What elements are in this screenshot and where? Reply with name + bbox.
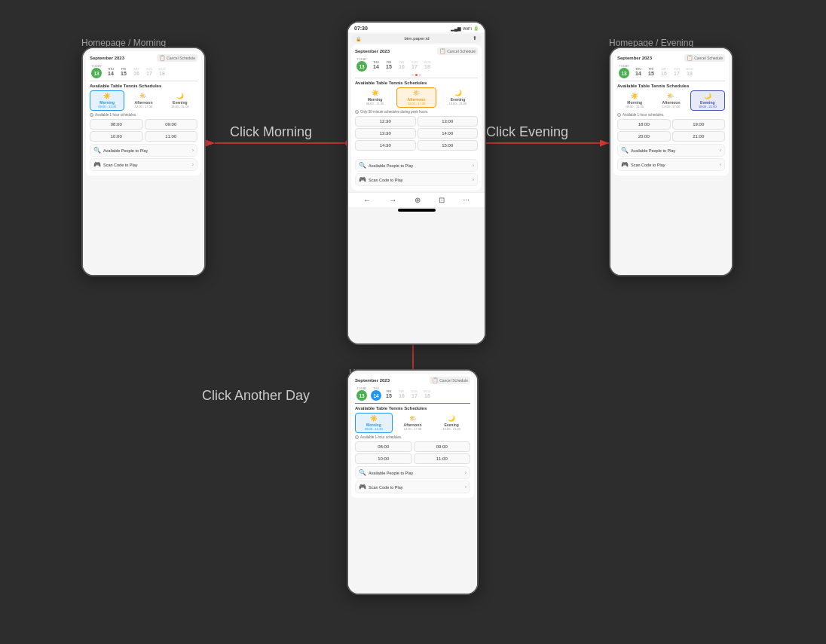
click-evening-label: Click Evening [486,124,568,140]
tomorrow-time-slots: 08:00 09:00 10:00 11:00 [355,441,470,464]
evening-people-action[interactable]: 🔍 Available People to Play › [617,144,725,157]
click-another-day-label: Click Another Day [202,388,310,404]
main-note: i Only 30-minute schedules during peak h… [355,110,478,114]
time-slot[interactable]: 21:00 [672,131,726,142]
time-slot[interactable]: 09:00 [414,441,471,452]
main-screen: 07:30 ▂▄▆ WiFi 🔋 🔒 btm.paper.id ⬆ Septem… [347,21,486,345]
tmr-evening-tab[interactable]: 🌙 Evening 18:00 - 21:00 [433,413,470,433]
tmr-afternoon-tab[interactable]: 🌤️ Afternoon 12:00 - 17:30 [394,413,432,433]
evening-note: i Available 1-hour schedules. [617,113,725,117]
time-slot[interactable]: 13:00 [418,116,479,127]
morning-time-slots: 08:00 09:00 10:00 11:00 [90,119,197,142]
main-month: September 2023 [355,49,390,53]
main-cancel-btn[interactable]: 📋 Cancel Schedule [437,47,478,55]
status-icons: ▂▄▆ WiFi 🔋 [451,26,479,31]
time-slot[interactable]: 15:00 [418,140,479,151]
afternoon-tab[interactable]: 🌤️ Afternoon 12:00 - 17:30 [126,90,161,111]
bottom-nav: ← → ⊕ ⊡ ··· [348,192,485,207]
home-indicator [398,209,436,212]
evening-month: September 2023 [617,56,652,60]
morning-scan-action[interactable]: 🎮 Scan Code to Play › [90,158,197,171]
morning-section-title: Available Table Tennis Schedules [90,84,197,88]
time-slot[interactable]: 10:00 [355,453,412,464]
time-slot[interactable]: 14:00 [418,128,479,139]
morning-tab[interactable]: ☀️ Morning 08:00 - 11:30 [90,90,124,111]
click-morning-label: Click Morning [230,124,312,140]
time-slot[interactable]: 08:00 [355,441,412,452]
tomorrow-cancel-btn[interactable]: 📋 Cancel Schedule [430,377,470,384]
time-slot[interactable]: 09:00 [145,119,198,130]
tomorrow-people-action[interactable]: 🔍 Available People to Play › [355,466,470,479]
nav-menu[interactable]: ··· [463,196,470,204]
time-slot[interactable]: 14:30 [355,140,416,151]
time-slot[interactable]: 11:00 [414,453,471,464]
time-slot[interactable]: 10:00 [90,131,143,142]
main-morning-tab[interactable]: ☀️ Morning 08:00 - 11:30 [355,87,395,108]
url-bar[interactable]: 🔒 btm.paper.id ⬆ [351,34,482,43]
main-scan-action[interactable]: 🎮 Scan Code to Play › [355,173,478,186]
time-slot[interactable]: 18:00 [617,119,671,130]
main-afternoon-tab[interactable]: 🌤️ Afternoon 12:00 - 17:30 [396,87,436,108]
nav-back[interactable]: ← [363,196,371,204]
time-slot[interactable]: 20:00 [617,131,671,142]
tmr-morning-tab[interactable]: ☀️ Morning 08:00 - 11:30 [355,413,393,433]
tomorrow-month: September 2023 [355,378,390,383]
nav-forward[interactable]: → [389,196,396,204]
status-bar: 07:30 ▂▄▆ WiFi 🔋 [348,23,485,32]
morning-people-action[interactable]: 🔍 Available People to Play › [90,144,197,157]
morning-cancel-btn[interactable]: 📋 Cancel Schedule [157,54,197,62]
time-slot[interactable]: 08:00 [90,119,143,130]
ev-evening-tab[interactable]: 🌙 Evening 18:00 - 21:00 [690,90,725,111]
nav-bookmark[interactable]: ⊡ [439,196,445,204]
tomorrow-section-title: Available Table Tennis Schedules [355,406,470,411]
time-slot[interactable]: 12:30 [355,116,416,127]
tomorrow-scan-action[interactable]: 🎮 Scan Code to Play › [355,481,470,493]
evening-screen: September 2023 📋 Cancel Schedule TODAY 1… [609,47,733,276]
main-time-slots: 12:30 13:00 13:30 14:00 14:30 15:00 [355,116,478,151]
evening-scan-action[interactable]: 🎮 Scan Code to Play › [617,158,725,171]
evening-section-title: Available Table Tennis Schedules [617,84,725,88]
evening-time-slots: 18:00 19:00 20:00 21:00 [617,119,725,142]
time-slot[interactable]: 13:30 [355,128,416,139]
tomorrow-note: i Available 1-hour schedules. [355,435,470,439]
ev-morning-tab[interactable]: ☀️ Morning 08:00 - 11:30 [617,90,652,111]
evening-cancel-btn[interactable]: 📋 Cancel Schedule [684,54,725,62]
nav-new-tab[interactable]: ⊕ [415,196,421,204]
main-evening-tab[interactable]: 🌙 Evening 18:00 - 21:00 [438,87,478,108]
morning-note: i Available 1-hour schedules. [90,113,197,117]
evening-tab[interactable]: 🌙 Evening 18:00 - 21:00 [163,90,197,111]
main-section-title: Available Table Tennis Schedules [355,81,478,85]
time-slot[interactable]: 19:00 [672,119,726,130]
time-slot[interactable]: 11:00 [145,131,198,142]
morning-month: September 2023 [90,56,124,60]
morning-screen: September 2023 📋 Cancel Schedule TODAY 1… [81,47,206,276]
tomorrow-screen: September 2023 📋 Cancel Schedule TODAY 1… [347,369,479,595]
ev-afternoon-tab[interactable]: 🌤️ Afternoon 12:00 - 17:30 [653,90,688,111]
main-people-action[interactable]: 🔍 Available People to Play › [355,159,478,172]
